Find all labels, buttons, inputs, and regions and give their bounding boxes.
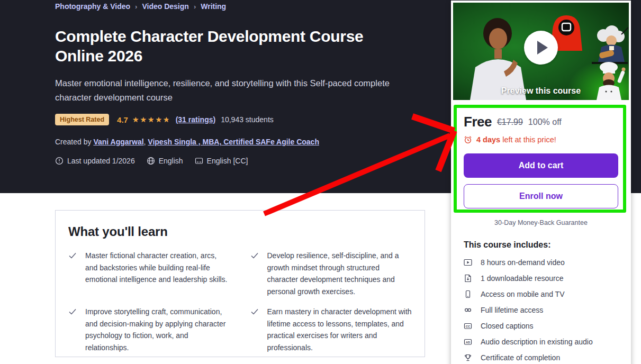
- current-price: Free: [464, 114, 492, 130]
- include-item: 8 hours on-demand video: [464, 258, 618, 267]
- svg-text:AD: AD: [466, 341, 470, 344]
- last-updated: Last updated 1/2026: [55, 157, 135, 165]
- learn-item: Develop resilience, self-discipline, and…: [250, 250, 412, 297]
- trophy-icon: [464, 353, 472, 362]
- learn-grid: Master fictional character creation, arc…: [68, 250, 412, 353]
- created-by-label: Created by: [55, 138, 91, 146]
- instructor-link-1[interactable]: Vani Aggarwal: [93, 138, 143, 146]
- subtitles-icon: [195, 157, 203, 165]
- course-preview-video[interactable]: Preview this course: [453, 3, 629, 100]
- play-icon: [537, 41, 548, 54]
- students-count: 10,943 students: [221, 115, 274, 124]
- preview-course-label: Preview this course: [453, 86, 629, 96]
- checkmark-icon: [68, 307, 77, 316]
- enroll-now-button[interactable]: Enroll now: [464, 184, 618, 208]
- svg-text:CC: CC: [466, 325, 471, 328]
- instructor-link-2[interactable]: Vipesh Singla , MBA, Certified SAFe Agil…: [148, 138, 319, 146]
- price-row: Free €17.99 100% off: [464, 114, 618, 130]
- star-rating-icon: ★★★★★ ★★★★★: [132, 116, 171, 123]
- breadcrumb-item-photography-video[interactable]: Photography & Video: [55, 2, 130, 11]
- include-item: Access on mobile and TV: [464, 290, 618, 298]
- include-item: CC Closed captions: [464, 322, 618, 330]
- include-item: 1 downloadable resource: [464, 274, 618, 283]
- checkmark-icon: [68, 251, 77, 260]
- chevron-right-icon: ›: [135, 3, 137, 11]
- course-title: Complete Character Development Course On…: [55, 26, 396, 66]
- chevron-right-icon: ›: [194, 3, 196, 11]
- course-captions: English [CC]: [195, 157, 248, 165]
- discount-percent: 100% off: [528, 117, 562, 127]
- ratings-count-link[interactable]: (31 ratings): [176, 115, 215, 124]
- globe-icon: [147, 157, 155, 165]
- checkmark-icon: [250, 251, 259, 260]
- mobile-icon: [464, 290, 472, 298]
- audio-description-icon: AD: [464, 338, 472, 346]
- breadcrumb: Photography & Video › Video Design › Wri…: [55, 2, 226, 11]
- rating-row: Highest Rated 4.7 ★★★★★ ★★★★★ (31 rating…: [55, 114, 274, 125]
- add-to-cart-button[interactable]: Add to cart: [464, 153, 618, 178]
- infinity-icon: [464, 306, 472, 314]
- learn-item: Improve storytelling craft, communicatio…: [68, 306, 230, 353]
- closed-captions-icon: CC: [464, 322, 472, 330]
- purchase-card-body: Free €17.99 100% off 4 days left at this…: [451, 114, 631, 362]
- course-meta-row: Last updated 1/2026 English English [CC]: [55, 157, 248, 165]
- money-back-guarantee: 30-Day Money-Back Guarantee: [464, 219, 618, 226]
- created-by-row: Created by Vani Aggarwal, Vipesh Singla …: [55, 138, 319, 146]
- learn-item: Master fictional character creation, arc…: [68, 250, 230, 297]
- course-includes-list: 8 hours on-demand video 1 downloadable r…: [464, 258, 618, 362]
- highest-rated-badge: Highest Rated: [55, 114, 109, 125]
- include-item: AD Audio description in existing audio: [464, 338, 618, 346]
- instructor-separator: ,: [144, 138, 146, 146]
- purchase-card: Preview this course Free €17.99 100% off…: [451, 1, 631, 364]
- learn-item: Earn mastery in character development wi…: [250, 306, 412, 353]
- price-urgency: 4 days left at this price!: [464, 135, 618, 144]
- breadcrumb-item-video-design[interactable]: Video Design: [142, 2, 188, 11]
- rating-value: 4.7: [117, 115, 128, 124]
- days-left: 4 days: [476, 135, 500, 144]
- original-price: €17.99: [497, 117, 523, 127]
- what-youll-learn-panel: What you'll learn Master fictional chara…: [55, 210, 425, 357]
- update-info-icon: [55, 157, 64, 165]
- course-subtitle: Master emotional intelligence, resilienc…: [55, 76, 419, 105]
- include-item: Certificate of completion: [464, 353, 618, 362]
- checkmark-icon: [250, 307, 259, 316]
- include-item: Full lifetime access: [464, 306, 618, 314]
- course-language: English: [147, 157, 183, 165]
- play-video-icon: [464, 258, 472, 267]
- file-download-icon: [464, 274, 472, 283]
- play-button[interactable]: [524, 31, 558, 65]
- breadcrumb-item-writing[interactable]: Writing: [201, 2, 226, 11]
- learn-title: What you'll learn: [68, 224, 412, 239]
- urgency-text: left at this price!: [502, 135, 556, 144]
- alarm-clock-icon: [464, 135, 472, 144]
- course-includes-title: This course includes:: [464, 240, 618, 250]
